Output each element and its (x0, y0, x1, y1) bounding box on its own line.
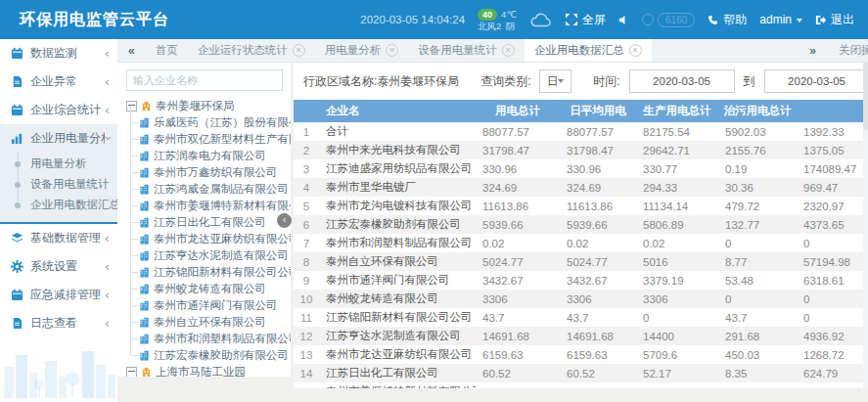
tab-设备用电量统计[interactable]: 设备用电量统计 (408, 39, 525, 62)
building-icon (139, 184, 150, 195)
query-type-select[interactable]: 日 (539, 69, 572, 93)
cell-value: 43.06 (718, 382, 797, 388)
tree-item[interactable]: 江苏鸿威金属制品有限公司 (126, 181, 291, 198)
tree-item-label: 江苏润泰电力有限公司 (154, 150, 266, 161)
sidebar-item-应急减排管理[interactable]: 应急减排管理‹ (0, 281, 117, 309)
alarm-count-pill[interactable]: 6160 (642, 13, 695, 27)
logout-icon (815, 15, 826, 25)
table-row[interactable]: 9泰州市通洋阀门有限公司3432.673432.673379.1953.4863… (294, 271, 868, 290)
bureau-icon (141, 367, 152, 377)
fullscreen-button[interactable]: 全屏 (566, 12, 606, 28)
tree-item[interactable]: 泰州自立环保有限公司 (126, 314, 291, 331)
cell-value: 88077.57 (560, 122, 636, 141)
scrollbar-thumb[interactable] (863, 62, 868, 130)
sidebar-item-数据监测[interactable]: 数据监测‹ (0, 39, 117, 67)
close-tab-icon[interactable] (502, 44, 515, 57)
query-type-value: 日 (547, 74, 559, 89)
tree-item-label: 江苏锦阳新材料有限公司公司 (154, 266, 291, 278)
table-row[interactable]: 6江苏宏泰橡胶助剂有限公司5939.665939.665806.89132.77… (294, 215, 868, 234)
tab-用电量分析[interactable]: 用电量分析 (315, 39, 409, 62)
help-button[interactable]: 帮助 (708, 12, 747, 28)
sidebar-subitem-企业用电数据汇总[interactable]: 企业用电数据汇总 (0, 195, 117, 215)
cell-value: 0.02 (560, 234, 636, 252)
sidebar-menu: 数据监测‹企业异常‹企业综合统计‹企业用电量分析‹用电量分析设备用电量统计企业用… (0, 39, 117, 337)
tree-item[interactable]: 泰州市双亿新型材料生产有限公司 (126, 131, 291, 148)
column-header-治污用电总计: 治污用电总计 (718, 100, 797, 122)
user-menu[interactable]: admin (759, 13, 802, 26)
cell-value: 1375.05 (797, 141, 868, 159)
date-to-input[interactable] (764, 69, 868, 93)
sidebar-item-label: 系统设置 (30, 258, 105, 275)
sidebar-item-基础数据管理[interactable]: 基础数据管理‹ (0, 224, 117, 252)
cell-value: 5024.77 (476, 252, 560, 271)
scroll-tabs-right-icon[interactable]: » (799, 44, 827, 58)
table-row[interactable]: 10泰州蛟龙铸造有限公司33063306330600 (294, 290, 868, 308)
sidebar-subitem-用电量分析[interactable]: 用电量分析 (0, 154, 117, 174)
tree-root-node[interactable]: 上海市马陆工业园 (126, 364, 291, 377)
tree-item[interactable]: 泰州市龙达亚麻纺织有限公司 (126, 231, 291, 247)
cell-company-name: 泰州自立环保有限公司 (319, 252, 476, 271)
tree-item[interactable]: 江苏锦阳新材料有限公司公司 (126, 264, 291, 281)
table-row[interactable]: 2泰州中来光电科技有限公司31798.4731798.4729642.71215… (294, 141, 868, 159)
table-row[interactable]: 7泰州市和润塑料制品有限公司0.020.020.0200 (294, 234, 868, 252)
sidebar-item-日志查看[interactable]: 日志查看‹ (0, 309, 117, 337)
tree-collapse-icon[interactable] (126, 367, 137, 377)
building-icon (139, 250, 150, 261)
table-row[interactable]: 5泰州市龙沟电镀科技有限公司11613.8611613.8611134.1447… (294, 197, 868, 215)
sidebar-subitem-设备用电量统计[interactable]: 设备用电量统计 (0, 174, 117, 195)
cell-value: 8.77 (718, 252, 797, 271)
tree-item[interactable]: 泰州市通洋阀门有限公司 (126, 297, 291, 314)
table-row[interactable]: 4泰州市里华电镀厂324.69324.69294.3330.36969.47 (294, 178, 868, 197)
cell-value: 43.7 (476, 308, 560, 327)
table-row[interactable]: 3江苏迪盛家用纺织品有限公司330.96330.96330.770.191740… (294, 159, 868, 178)
chevron-left-icon: ‹ (105, 104, 110, 116)
table-row[interactable]: 13泰州市龙达亚麻纺织有限公司6159.636159.635709.6450.0… (294, 345, 868, 364)
cell-value: 4373.65 (797, 215, 868, 234)
cell-value: 174089.47 (797, 159, 868, 178)
date-from-input[interactable] (629, 69, 735, 93)
tree-item[interactable]: 江苏宏泰橡胶助剂有限公司 (126, 347, 291, 364)
cell-company-name: 江苏锦阳新材料有限公司公司 (319, 308, 476, 327)
table-row[interactable]: 1合计88077.5788077.5782175.545902.031392.3… (294, 122, 868, 141)
table-row[interactable]: 11江苏锦阳新材料有限公司公司43.743.7043.70 (294, 308, 868, 327)
tree-item[interactable]: 泰州蛟龙铸造有限公司 (126, 281, 291, 297)
close-tab-icon[interactable] (386, 44, 398, 57)
tree-item[interactable]: 泰州市和润塑料制品有限公司 (126, 331, 291, 347)
table-row[interactable]: 14江苏日出化工有限公司60.5260.5252.178.35624.79 (294, 364, 868, 382)
close-tab-icon[interactable] (293, 44, 305, 57)
sidebar-item-企业用电量分析[interactable]: 企业用电量分析‹ (0, 124, 117, 153)
close-operations-menu[interactable]: 关闭操作 (839, 43, 868, 58)
query-toolbar: 行政区域名称:泰州姜堰环保局 查询类别: 日 时间: 到 导出 (294, 62, 868, 96)
tab-企业运行状态统计[interactable]: 企业运行状态统计 (188, 39, 315, 62)
collapse-tree-button[interactable]: ‹ (277, 213, 292, 228)
tree-collapse-icon[interactable] (126, 101, 137, 112)
scroll-tabs-left-icon[interactable]: « (117, 39, 146, 62)
logout-button[interactable]: 退出 (815, 12, 854, 28)
tree-item[interactable]: 泰州市姜堰博特新材料有限公司 (126, 198, 291, 214)
tab-首页[interactable]: 首页 (146, 39, 188, 62)
sidebar-item-企业综合统计[interactable]: 企业综合统计‹ (0, 96, 117, 124)
table-row[interactable]: 8泰州自立环保有限公司5024.775024.7750168.7757194.9… (294, 252, 868, 271)
cell-index: 3 (294, 159, 319, 178)
column-header-企业名: 企业名 (319, 100, 476, 122)
table-vertical-scrollbar[interactable] (863, 62, 868, 388)
tree-item[interactable]: 江苏润泰电力有限公司 (126, 148, 291, 164)
company-tree: 泰州姜堰环保局乐威医药（江苏）股份有限公司泰州市双亿新型材料生产有限公司江苏润泰… (117, 95, 291, 377)
sidebar-item-企业异常[interactable]: 企业异常‹ (0, 67, 117, 96)
query-type-label: 查询类别: (480, 73, 530, 90)
speaker-icon[interactable] (618, 15, 629, 25)
tree-item[interactable]: 乐威医药（江苏）股份有限公司 (126, 114, 291, 131)
close-tab-icon[interactable] (629, 44, 642, 57)
cell-value: 324.69 (560, 178, 636, 197)
cell-company-name: 泰州市姜堰博特新材料有限公司 (319, 382, 476, 388)
sidebar-item-系统设置[interactable]: 系统设置‹ (0, 252, 117, 281)
tree-item[interactable]: 江苏日出化工有限公司 (126, 214, 291, 231)
company-search-input[interactable] (126, 69, 283, 91)
tab-企业用电数据汇总[interactable]: 企业用电数据汇总 (525, 39, 652, 62)
cell-company-name: 合计 (319, 122, 476, 141)
table-row[interactable]: 15泰州市姜堰博特新材料有限公司820.04820.04779.4343.064… (294, 382, 868, 388)
table-row[interactable]: 12江苏亨达水泥制造有限公司14691.6814691.6814400291.6… (294, 327, 868, 345)
tree-root-node[interactable]: 泰州姜堰环保局 (126, 98, 291, 114)
tree-item[interactable]: 泰州市万鑫纺织有限公司 (126, 164, 291, 181)
tree-item[interactable]: 江苏亨达水泥制造有限公司 (126, 247, 291, 264)
